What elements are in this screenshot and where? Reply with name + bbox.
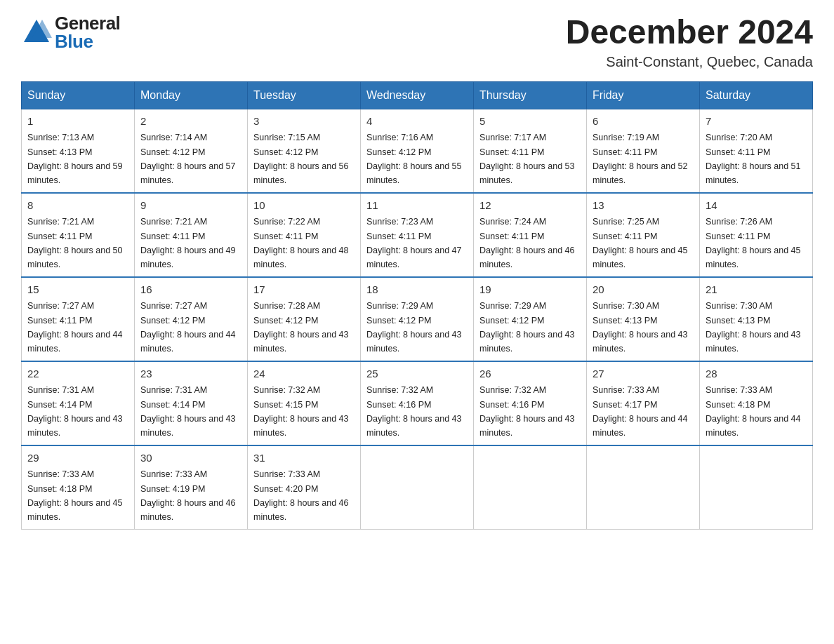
day-number: 9 [140, 198, 241, 214]
day-info: Sunrise: 7:19 AMSunset: 4:11 PMDaylight:… [593, 133, 688, 185]
calendar-day-header: Saturday [700, 81, 813, 109]
day-info: Sunrise: 7:23 AMSunset: 4:11 PMDaylight:… [366, 217, 462, 269]
day-info: Sunrise: 7:27 AMSunset: 4:11 PMDaylight:… [27, 301, 123, 354]
calendar-day-cell [587, 445, 700, 530]
day-number: 2 [140, 114, 241, 130]
calendar-day-cell [700, 445, 813, 530]
calendar-day-cell: 24 Sunrise: 7:32 AMSunset: 4:15 PMDaylig… [248, 361, 361, 445]
calendar-day-cell: 30 Sunrise: 7:33 AMSunset: 4:19 PMDaylig… [135, 445, 248, 530]
calendar-header-row: SundayMondayTuesdayWednesdayThursdayFrid… [22, 81, 813, 109]
calendar-day-cell: 6 Sunrise: 7:19 AMSunset: 4:11 PMDayligh… [587, 109, 700, 193]
logo-icon [21, 17, 52, 48]
calendar-day-cell: 19 Sunrise: 7:29 AMSunset: 4:12 PMDaylig… [474, 277, 587, 361]
calendar-day-cell: 23 Sunrise: 7:31 AMSunset: 4:14 PMDaylig… [135, 361, 248, 445]
day-number: 23 [140, 366, 241, 382]
calendar-week-row: 1 Sunrise: 7:13 AMSunset: 4:13 PMDayligh… [22, 109, 813, 193]
day-number: 27 [593, 366, 694, 382]
day-info: Sunrise: 7:29 AMSunset: 4:12 PMDaylight:… [366, 301, 462, 354]
day-number: 10 [253, 198, 355, 214]
day-number: 29 [27, 450, 128, 467]
day-number: 18 [366, 282, 468, 298]
calendar-day-cell: 29 Sunrise: 7:33 AMSunset: 4:18 PMDaylig… [22, 445, 135, 530]
page-header: General Blue December 2024 Saint-Constan… [21, 14, 813, 70]
day-info: Sunrise: 7:20 AMSunset: 4:11 PMDaylight:… [706, 133, 801, 185]
day-number: 11 [366, 198, 468, 214]
day-number: 8 [27, 198, 128, 214]
calendar-day-cell: 25 Sunrise: 7:32 AMSunset: 4:16 PMDaylig… [361, 361, 474, 445]
calendar-day-cell: 1 Sunrise: 7:13 AMSunset: 4:13 PMDayligh… [22, 109, 135, 193]
calendar-day-cell: 4 Sunrise: 7:16 AMSunset: 4:12 PMDayligh… [361, 109, 474, 193]
day-info: Sunrise: 7:32 AMSunset: 4:16 PMDaylight:… [479, 385, 575, 438]
day-info: Sunrise: 7:29 AMSunset: 4:12 PMDaylight:… [479, 301, 575, 354]
day-number: 19 [479, 282, 581, 298]
calendar-day-cell: 18 Sunrise: 7:29 AMSunset: 4:12 PMDaylig… [361, 277, 474, 361]
logo: General Blue [21, 14, 120, 51]
location-subtitle: Saint-Constant, Quebec, Canada [566, 54, 813, 70]
day-number: 28 [706, 366, 807, 382]
day-number: 6 [593, 114, 694, 130]
day-number: 5 [479, 114, 581, 130]
calendar-day-cell: 22 Sunrise: 7:31 AMSunset: 4:14 PMDaylig… [22, 361, 135, 445]
title-block: December 2024 Saint-Constant, Quebec, Ca… [566, 14, 813, 70]
calendar-day-cell: 7 Sunrise: 7:20 AMSunset: 4:11 PMDayligh… [700, 109, 813, 193]
day-number: 24 [253, 366, 355, 382]
day-info: Sunrise: 7:21 AMSunset: 4:11 PMDaylight:… [140, 217, 236, 269]
day-number: 30 [140, 450, 241, 467]
calendar-day-cell: 8 Sunrise: 7:21 AMSunset: 4:11 PMDayligh… [22, 193, 135, 277]
day-number: 12 [479, 198, 581, 214]
calendar-day-header: Thursday [474, 81, 587, 109]
day-info: Sunrise: 7:26 AMSunset: 4:11 PMDaylight:… [706, 217, 801, 269]
calendar-week-row: 22 Sunrise: 7:31 AMSunset: 4:14 PMDaylig… [22, 361, 813, 445]
calendar-day-header: Sunday [22, 81, 135, 109]
logo-general: General [55, 14, 120, 32]
calendar-day-cell: 10 Sunrise: 7:22 AMSunset: 4:11 PMDaylig… [248, 193, 361, 277]
day-info: Sunrise: 7:13 AMSunset: 4:13 PMDaylight:… [27, 133, 123, 185]
day-number: 25 [366, 366, 468, 382]
day-info: Sunrise: 7:33 AMSunset: 4:20 PMDaylight:… [253, 469, 349, 522]
day-number: 21 [706, 282, 807, 298]
day-info: Sunrise: 7:27 AMSunset: 4:12 PMDaylight:… [140, 301, 236, 354]
calendar-day-cell: 2 Sunrise: 7:14 AMSunset: 4:12 PMDayligh… [135, 109, 248, 193]
calendar-day-header: Tuesday [248, 81, 361, 109]
calendar-day-cell [474, 445, 587, 530]
calendar-week-row: 15 Sunrise: 7:27 AMSunset: 4:11 PMDaylig… [22, 277, 813, 361]
calendar-day-cell: 9 Sunrise: 7:21 AMSunset: 4:11 PMDayligh… [135, 193, 248, 277]
day-info: Sunrise: 7:33 AMSunset: 4:18 PMDaylight:… [27, 469, 123, 522]
day-info: Sunrise: 7:25 AMSunset: 4:11 PMDaylight:… [593, 217, 688, 269]
day-number: 17 [253, 282, 355, 298]
day-info: Sunrise: 7:32 AMSunset: 4:16 PMDaylight:… [366, 385, 462, 438]
day-number: 20 [593, 282, 694, 298]
day-info: Sunrise: 7:31 AMSunset: 4:14 PMDaylight:… [140, 385, 236, 438]
calendar-table: SundayMondayTuesdayWednesdayThursdayFrid… [21, 81, 813, 530]
day-number: 7 [706, 114, 807, 130]
day-number: 16 [140, 282, 241, 298]
calendar-day-cell: 14 Sunrise: 7:26 AMSunset: 4:11 PMDaylig… [700, 193, 813, 277]
calendar-day-header: Wednesday [361, 81, 474, 109]
day-info: Sunrise: 7:16 AMSunset: 4:12 PMDaylight:… [366, 133, 462, 185]
day-info: Sunrise: 7:14 AMSunset: 4:12 PMDaylight:… [140, 133, 236, 185]
calendar-day-cell: 27 Sunrise: 7:33 AMSunset: 4:17 PMDaylig… [587, 361, 700, 445]
day-number: 13 [593, 198, 694, 214]
calendar-week-row: 8 Sunrise: 7:21 AMSunset: 4:11 PMDayligh… [22, 193, 813, 277]
calendar-day-cell [361, 445, 474, 530]
day-info: Sunrise: 7:30 AMSunset: 4:13 PMDaylight:… [593, 301, 688, 354]
day-info: Sunrise: 7:32 AMSunset: 4:15 PMDaylight:… [253, 385, 349, 438]
calendar-day-cell: 31 Sunrise: 7:33 AMSunset: 4:20 PMDaylig… [248, 445, 361, 530]
calendar-day-cell: 12 Sunrise: 7:24 AMSunset: 4:11 PMDaylig… [474, 193, 587, 277]
day-number: 26 [479, 366, 581, 382]
day-info: Sunrise: 7:33 AMSunset: 4:19 PMDaylight:… [140, 469, 236, 522]
calendar-day-cell: 5 Sunrise: 7:17 AMSunset: 4:11 PMDayligh… [474, 109, 587, 193]
calendar-day-cell: 15 Sunrise: 7:27 AMSunset: 4:11 PMDaylig… [22, 277, 135, 361]
calendar-day-cell: 13 Sunrise: 7:25 AMSunset: 4:11 PMDaylig… [587, 193, 700, 277]
day-info: Sunrise: 7:22 AMSunset: 4:11 PMDaylight:… [253, 217, 349, 269]
calendar-day-cell: 20 Sunrise: 7:30 AMSunset: 4:13 PMDaylig… [587, 277, 700, 361]
day-number: 14 [706, 198, 807, 214]
calendar-day-cell: 28 Sunrise: 7:33 AMSunset: 4:18 PMDaylig… [700, 361, 813, 445]
calendar-week-row: 29 Sunrise: 7:33 AMSunset: 4:18 PMDaylig… [22, 445, 813, 530]
main-title: December 2024 [566, 14, 813, 51]
calendar-day-cell: 17 Sunrise: 7:28 AMSunset: 4:12 PMDaylig… [248, 277, 361, 361]
day-number: 3 [253, 114, 355, 130]
calendar-day-cell: 21 Sunrise: 7:30 AMSunset: 4:13 PMDaylig… [700, 277, 813, 361]
day-number: 4 [366, 114, 468, 130]
calendar-day-header: Friday [587, 81, 700, 109]
